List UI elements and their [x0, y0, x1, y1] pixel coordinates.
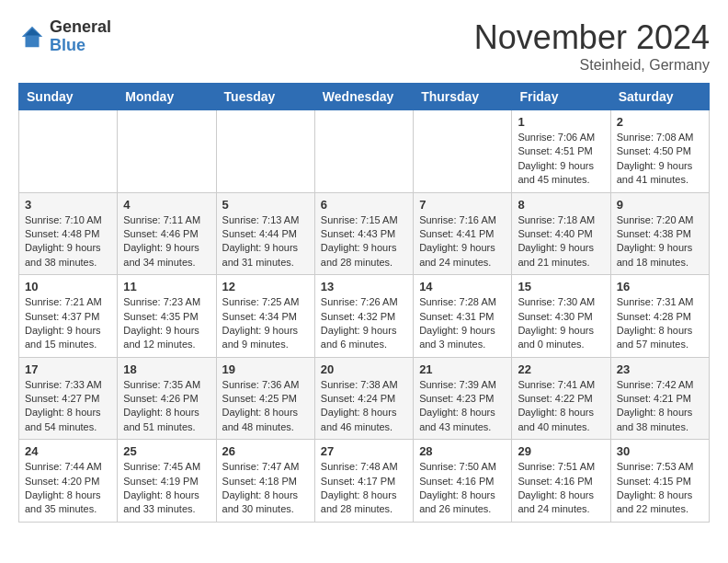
calendar-cell: 5Sunrise: 7:13 AM Sunset: 4:44 PM Daylig…: [216, 192, 314, 275]
calendar-cell: [118, 110, 216, 193]
day-info: Sunrise: 7:13 AM Sunset: 4:44 PM Dayligh…: [222, 213, 309, 270]
day-number: 19: [222, 362, 309, 376]
logo: General Blue: [18, 18, 111, 55]
day-info: Sunrise: 7:20 AM Sunset: 4:38 PM Dayligh…: [617, 213, 703, 270]
calendar-cell: 9Sunrise: 7:20 AM Sunset: 4:38 PM Daylig…: [610, 192, 709, 275]
calendar-cell: 8Sunrise: 7:18 AM Sunset: 4:40 PM Daylig…: [512, 192, 610, 275]
calendar-cell: 3Sunrise: 7:10 AM Sunset: 4:48 PM Daylig…: [19, 192, 118, 275]
day-number: 9: [617, 198, 703, 212]
day-info: Sunrise: 7:39 AM Sunset: 4:23 PM Dayligh…: [419, 378, 506, 435]
calendar-cell: [314, 110, 413, 193]
calendar-cell: 18Sunrise: 7:35 AM Sunset: 4:26 PM Dayli…: [118, 357, 216, 440]
calendar-cell: 16Sunrise: 7:31 AM Sunset: 4:28 PM Dayli…: [610, 275, 709, 358]
header-monday: Monday: [118, 84, 216, 110]
header-sunday: Sunday: [19, 84, 118, 110]
day-number: 26: [222, 444, 309, 458]
logo-icon: [18, 23, 46, 51]
day-number: 30: [617, 444, 703, 458]
day-info: Sunrise: 7:21 AM Sunset: 4:37 PM Dayligh…: [25, 295, 111, 352]
calendar-cell: 28Sunrise: 7:50 AM Sunset: 4:16 PM Dayli…: [414, 440, 512, 523]
day-info: Sunrise: 7:15 AM Sunset: 4:43 PM Dayligh…: [321, 213, 407, 270]
day-number: 12: [222, 280, 309, 293]
day-number: 7: [419, 198, 506, 212]
day-number: 22: [518, 362, 604, 376]
logo-text: General Blue: [50, 18, 111, 55]
calendar-cell: 23Sunrise: 7:42 AM Sunset: 4:21 PM Dayli…: [610, 357, 709, 440]
day-number: 20: [321, 362, 407, 376]
calendar-cell: 24Sunrise: 7:44 AM Sunset: 4:20 PM Dayli…: [19, 440, 118, 523]
day-number: 11: [123, 280, 210, 293]
header: General Blue November 2024 Steinheid, Ge…: [18, 18, 710, 74]
day-number: 24: [25, 444, 111, 458]
day-number: 8: [518, 198, 604, 212]
header-thursday: Thursday: [414, 84, 512, 110]
calendar-cell: 11Sunrise: 7:23 AM Sunset: 4:35 PM Dayli…: [118, 275, 216, 358]
calendar-cell: 12Sunrise: 7:25 AM Sunset: 4:34 PM Dayli…: [216, 275, 314, 358]
day-info: Sunrise: 7:38 AM Sunset: 4:24 PM Dayligh…: [321, 378, 407, 435]
calendar: Sunday Monday Tuesday Wednesday Thursday…: [18, 83, 710, 523]
day-info: Sunrise: 7:06 AM Sunset: 4:51 PM Dayligh…: [518, 131, 604, 188]
calendar-cell: 17Sunrise: 7:33 AM Sunset: 4:27 PM Dayli…: [19, 357, 118, 440]
header-friday: Friday: [512, 84, 610, 110]
day-number: 23: [617, 362, 703, 376]
day-number: 16: [617, 280, 703, 293]
calendar-cell: 29Sunrise: 7:51 AM Sunset: 4:16 PM Dayli…: [512, 440, 610, 523]
day-number: 28: [419, 444, 506, 458]
day-info: Sunrise: 7:16 AM Sunset: 4:41 PM Dayligh…: [419, 213, 506, 270]
calendar-cell: 19Sunrise: 7:36 AM Sunset: 4:25 PM Dayli…: [216, 357, 314, 440]
header-wednesday: Wednesday: [314, 84, 413, 110]
calendar-cell: 25Sunrise: 7:45 AM Sunset: 4:19 PM Dayli…: [118, 440, 216, 523]
day-info: Sunrise: 7:33 AM Sunset: 4:27 PM Dayligh…: [25, 378, 111, 435]
calendar-cell: 21Sunrise: 7:39 AM Sunset: 4:23 PM Dayli…: [414, 357, 512, 440]
day-info: Sunrise: 7:51 AM Sunset: 4:16 PM Dayligh…: [518, 460, 604, 517]
day-info: Sunrise: 7:23 AM Sunset: 4:35 PM Dayligh…: [123, 295, 210, 352]
calendar-cell: 30Sunrise: 7:53 AM Sunset: 4:15 PM Dayli…: [610, 440, 709, 523]
day-number: 6: [321, 198, 407, 212]
calendar-cell: 27Sunrise: 7:48 AM Sunset: 4:17 PM Dayli…: [314, 440, 413, 523]
calendar-cell: 15Sunrise: 7:30 AM Sunset: 4:30 PM Dayli…: [512, 275, 610, 358]
calendar-cell: 2Sunrise: 7:08 AM Sunset: 4:50 PM Daylig…: [610, 110, 709, 193]
day-info: Sunrise: 7:25 AM Sunset: 4:34 PM Dayligh…: [222, 295, 309, 352]
calendar-cell: 22Sunrise: 7:41 AM Sunset: 4:22 PM Dayli…: [512, 357, 610, 440]
calendar-cell: [19, 110, 118, 193]
day-info: Sunrise: 7:35 AM Sunset: 4:26 PM Dayligh…: [123, 378, 210, 435]
title-area: November 2024 Steinheid, Germany: [474, 18, 710, 74]
header-tuesday: Tuesday: [216, 84, 314, 110]
day-number: 27: [321, 444, 407, 458]
day-info: Sunrise: 7:30 AM Sunset: 4:30 PM Dayligh…: [518, 295, 604, 352]
day-number: 4: [123, 198, 210, 212]
calendar-cell: 4Sunrise: 7:11 AM Sunset: 4:46 PM Daylig…: [118, 192, 216, 275]
month-title: November 2024: [474, 18, 710, 57]
day-info: Sunrise: 7:41 AM Sunset: 4:22 PM Dayligh…: [518, 378, 604, 435]
calendar-cell: [414, 110, 512, 193]
calendar-cell: [216, 110, 314, 193]
day-number: 2: [617, 115, 703, 129]
calendar-week-4: 17Sunrise: 7:33 AM Sunset: 4:27 PM Dayli…: [19, 357, 710, 440]
day-info: Sunrise: 7:53 AM Sunset: 4:15 PM Dayligh…: [617, 460, 703, 517]
calendar-cell: 7Sunrise: 7:16 AM Sunset: 4:41 PM Daylig…: [414, 192, 512, 275]
calendar-cell: 20Sunrise: 7:38 AM Sunset: 4:24 PM Dayli…: [314, 357, 413, 440]
calendar-cell: 14Sunrise: 7:28 AM Sunset: 4:31 PM Dayli…: [414, 275, 512, 358]
day-info: Sunrise: 7:50 AM Sunset: 4:16 PM Dayligh…: [419, 460, 506, 517]
calendar-week-5: 24Sunrise: 7:44 AM Sunset: 4:20 PM Dayli…: [19, 440, 710, 523]
day-info: Sunrise: 7:47 AM Sunset: 4:18 PM Dayligh…: [222, 460, 309, 517]
day-info: Sunrise: 7:42 AM Sunset: 4:21 PM Dayligh…: [617, 378, 703, 435]
calendar-cell: 13Sunrise: 7:26 AM Sunset: 4:32 PM Dayli…: [314, 275, 413, 358]
day-number: 29: [518, 444, 604, 458]
day-number: 10: [25, 280, 111, 293]
day-number: 14: [419, 280, 506, 293]
day-info: Sunrise: 7:44 AM Sunset: 4:20 PM Dayligh…: [25, 460, 111, 517]
day-info: Sunrise: 7:48 AM Sunset: 4:17 PM Dayligh…: [321, 460, 407, 517]
day-number: 15: [518, 280, 604, 293]
day-number: 18: [123, 362, 210, 376]
location: Steinheid, Germany: [474, 57, 710, 74]
calendar-week-3: 10Sunrise: 7:21 AM Sunset: 4:37 PM Dayli…: [19, 275, 710, 358]
day-number: 5: [222, 198, 309, 212]
day-number: 25: [123, 444, 210, 458]
day-info: Sunrise: 7:18 AM Sunset: 4:40 PM Dayligh…: [518, 213, 604, 270]
calendar-week-2: 3Sunrise: 7:10 AM Sunset: 4:48 PM Daylig…: [19, 192, 710, 275]
day-info: Sunrise: 7:36 AM Sunset: 4:25 PM Dayligh…: [222, 378, 309, 435]
day-number: 21: [419, 362, 506, 376]
day-number: 13: [321, 280, 407, 293]
calendar-cell: 26Sunrise: 7:47 AM Sunset: 4:18 PM Dayli…: [216, 440, 314, 523]
